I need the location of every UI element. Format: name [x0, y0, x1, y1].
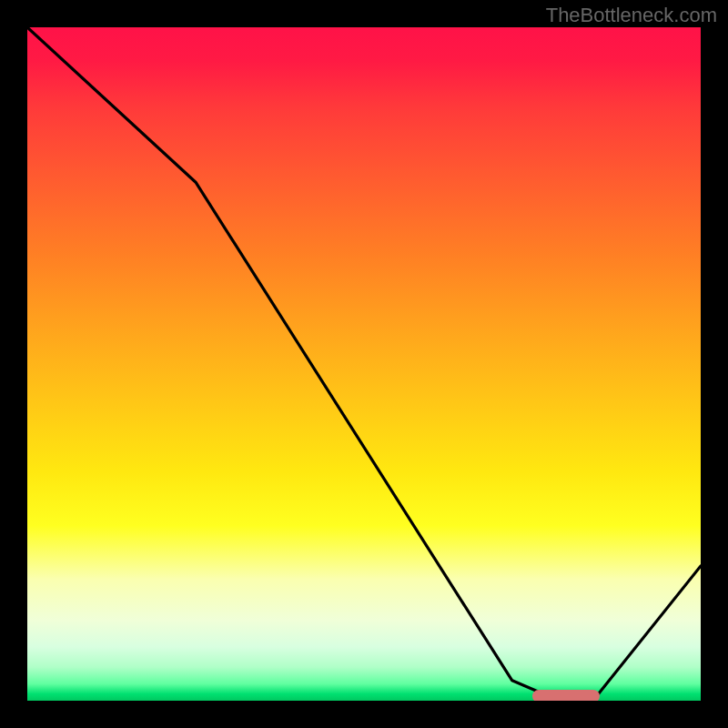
axis-bottom [0, 701, 728, 728]
axis-right [701, 0, 728, 728]
watermark-text: TheBottleneck.com [546, 4, 717, 27]
bottleneck-curve [27, 27, 701, 701]
axis-left [0, 0, 27, 728]
plot-area [27, 27, 701, 701]
